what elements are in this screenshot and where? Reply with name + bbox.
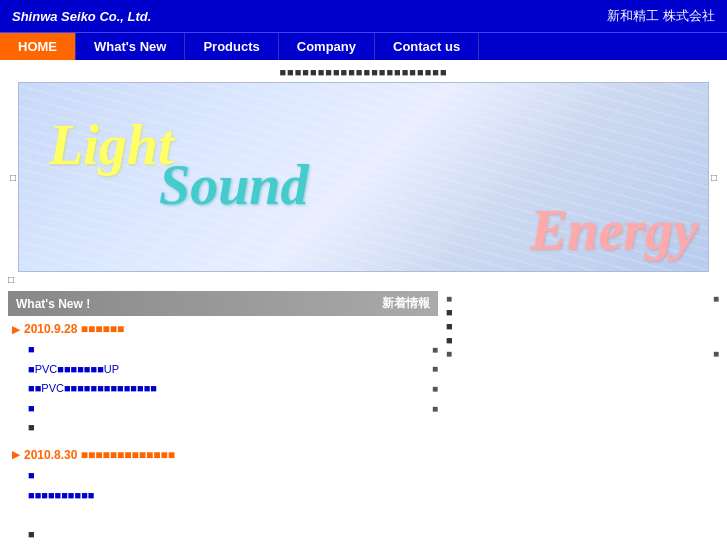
news-link[interactable]: ■ [28, 400, 35, 418]
right-sidebar: ■ ■ ■ ■ ■ ■ ■ [446, 291, 719, 545]
news-row: ■■■■■■■■■■ [28, 486, 438, 506]
news-link[interactable]: ■ [28, 341, 35, 359]
sidebar-right-bottom: ■ [713, 348, 719, 359]
hero-banner: Light Sound Energy [18, 82, 709, 272]
company-name-jp: 新和精工 株式会社 [607, 7, 715, 25]
news-date-2: ▶ 2010.8.30 ■■■■■■■■■■■■■ [12, 448, 438, 462]
news-link[interactable]: ■ [28, 467, 35, 485]
hero-energy-text: Energy [530, 198, 698, 262]
news-date-1: ▶ 2010.9.28 ■■■■■■ [12, 322, 438, 336]
news-body-1: ■ ■ ■PVC■■■■■■■UP ■ ■■PVC■■■■■■■■■■■■■■ … [12, 340, 438, 438]
hero-sound-text: Sound [159, 153, 308, 217]
news-link[interactable]: ■PVC■■■■■■■UP [28, 361, 119, 379]
sidebar-left: ■ [446, 293, 452, 304]
news-link[interactable]: ■■■■■■■■■■ [28, 487, 94, 505]
news-text: ■ [28, 526, 35, 544]
news-row: ■ [28, 525, 438, 545]
news-row: ■PVC■■■■■■■UP ■ [28, 360, 438, 380]
nav-company[interactable]: Company [279, 33, 375, 60]
news-text: ■ [28, 419, 35, 437]
news-row: ■ ■ [28, 399, 438, 419]
news-entry-2: ▶ 2010.8.30 ■■■■■■■■■■■■■ ■ ■■■■■■■■■■ ■ [8, 448, 438, 545]
news-header-label: What's New ! [16, 297, 90, 311]
news-link[interactable]: ■■PVC■■■■■■■■■■■■■■ [28, 380, 157, 398]
news-header-jp: 新着情報 [382, 295, 430, 312]
news-row: ■ ■ [28, 340, 438, 360]
news-row: ■ [28, 466, 438, 486]
news-marker: ■ [432, 401, 438, 417]
sidebar-row: ■ ■ [446, 293, 719, 304]
logo: Shinwa Seiko Co., Ltd. [12, 9, 151, 24]
subtitle-text: ■■■■■■■■■■■■■■■■■■■■■■ [279, 66, 447, 78]
news-marker: ■ [432, 381, 438, 397]
sidebar-right: ■ [713, 293, 719, 304]
hero-left-marker: □ [8, 170, 18, 185]
news-entry-1: ▶ 2010.9.28 ■■■■■■ ■ ■ ■PVC■■■■■■■UP ■ ■… [8, 322, 438, 438]
news-body-2: ■ ■■■■■■■■■■ ■ ■ [12, 466, 438, 545]
news-arrow-1: ▶ [12, 324, 20, 335]
content-area: What's New ! 新着情報 ▶ 2010.9.28 ■■■■■■ ■ ■… [0, 287, 727, 545]
news-row [28, 505, 438, 525]
sidebar-text: ■ [446, 334, 453, 346]
hero-light-text: Light [49, 113, 173, 177]
navigation: HOME What's New Products Company Contact… [0, 32, 727, 60]
news-date-text-1: 2010.9.28 ■■■■■■ [24, 322, 124, 336]
subtitle-bar: ■■■■■■■■■■■■■■■■■■■■■■ [0, 60, 727, 82]
hero-wrapper: □ Light Sound Energy □ [0, 82, 727, 272]
news-text [28, 506, 31, 524]
nav-products[interactable]: Products [185, 33, 278, 60]
nav-whats-new[interactable]: What's New [76, 33, 185, 60]
bottom-marker: □ [0, 272, 727, 287]
news-arrow-2: ▶ [12, 449, 20, 460]
sidebar-text: ■ [446, 306, 453, 318]
news-row: ■ [28, 418, 438, 438]
sidebar-left-bottom: ■ [446, 348, 452, 359]
news-row: ■■PVC■■■■■■■■■■■■■■ ■ [28, 379, 438, 399]
news-marker: ■ [432, 342, 438, 358]
news-header: What's New ! 新着情報 [8, 291, 438, 316]
news-date-text-2: 2010.8.30 ■■■■■■■■■■■■■ [24, 448, 175, 462]
news-section: What's New ! 新着情報 ▶ 2010.9.28 ■■■■■■ ■ ■… [8, 291, 438, 545]
sidebar-text: ■ [446, 320, 453, 332]
sidebar-row-bottom: ■ ■ [446, 348, 719, 359]
news-marker: ■ [432, 361, 438, 377]
nav-contact[interactable]: Contact us [375, 33, 479, 60]
header: Shinwa Seiko Co., Ltd. 新和精工 株式会社 [0, 0, 727, 32]
nav-home[interactable]: HOME [0, 33, 76, 60]
hero-right-marker: □ [709, 170, 719, 185]
